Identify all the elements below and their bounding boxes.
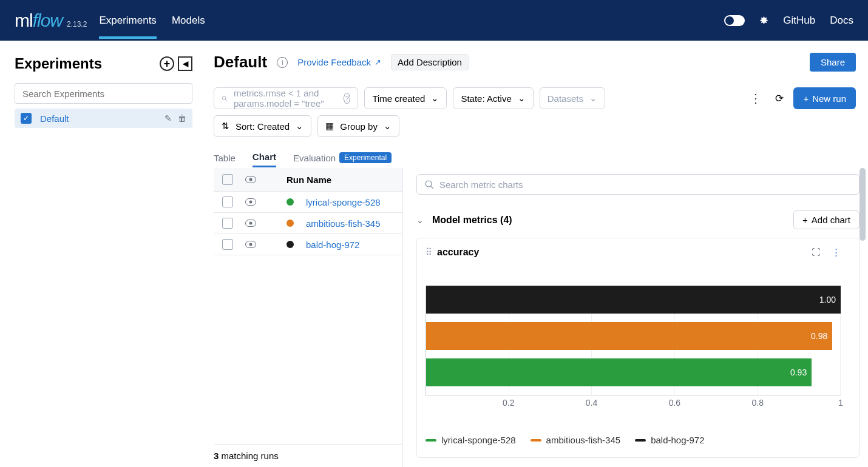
legend-swatch	[426, 439, 436, 442]
legend-swatch	[635, 439, 646, 442]
chart-title: accuracy	[437, 247, 479, 258]
topbar: mlflow 2.13.2 Experiments Models ✸ GitHu…	[0, 0, 868, 41]
help-icon[interactable]: ?	[344, 93, 350, 104]
run-color-dot	[287, 198, 294, 206]
tab-table[interactable]: Table	[214, 148, 236, 167]
logo-version: 2.13.2	[67, 20, 87, 29]
run-row[interactable]: bald-hog-972	[214, 234, 402, 255]
run-checkbox[interactable]	[222, 218, 233, 229]
section-title: Model metrics (4)	[432, 215, 512, 226]
x-tick: 0.8	[751, 398, 763, 408]
page-title: Default	[214, 53, 267, 72]
chart-menu-button[interactable]: ⋮	[832, 247, 841, 258]
top-nav: Experiments Models	[99, 2, 205, 39]
run-row[interactable]: ambitious-fish-345	[214, 213, 402, 234]
plus-icon: +	[803, 93, 809, 104]
experiment-name[interactable]: Default	[40, 113, 156, 124]
theme-toggle[interactable]	[724, 15, 745, 26]
run-link[interactable]: ambitious-fish-345	[306, 218, 381, 229]
svg-line-3	[431, 186, 433, 188]
chart-area: Search metric charts ⌄ Model metrics (4)…	[403, 168, 868, 467]
chart-legend: lyrical-sponge-528ambitious-fish-345bald…	[426, 435, 841, 445]
run-link[interactable]: bald-hog-972	[306, 240, 359, 250]
nav-models[interactable]: Models	[172, 2, 205, 39]
feedback-link[interactable]: Provide Feedback ↗	[297, 57, 381, 67]
x-tick: 1	[838, 398, 843, 408]
search-icon	[424, 180, 435, 190]
logo-ml: ml	[15, 10, 33, 30]
run-checkbox[interactable]	[222, 239, 233, 250]
matching-runs-label: 3 matching runs	[214, 444, 402, 467]
run-link[interactable]: lyrical-sponge-528	[306, 197, 381, 207]
legend-item[interactable]: bald-hog-972	[635, 435, 704, 445]
refresh-button[interactable]: ⟳	[771, 92, 787, 105]
run-color-dot	[287, 241, 294, 248]
search-runs-input[interactable]: metrics.rmse < 1 and params.model = "tre…	[214, 87, 358, 109]
more-menu-button[interactable]: ⋮	[746, 91, 765, 106]
nav-experiments[interactable]: Experiments	[99, 2, 156, 39]
scrollbar[interactable]	[860, 168, 866, 467]
svg-line-1	[225, 99, 226, 100]
x-tick: 0.4	[586, 398, 597, 408]
datasets-dropdown[interactable]: Datasets⌄	[540, 87, 605, 109]
experiment-item[interactable]: ✓ Default ✎ 🗑	[15, 109, 192, 128]
chevron-down-icon: ⌄	[296, 121, 303, 132]
new-experiment-button[interactable]: +	[160, 56, 174, 71]
chevron-down-icon: ⌄	[518, 93, 526, 104]
legend-item[interactable]: lyrical-sponge-528	[426, 435, 516, 445]
nav-github[interactable]: GitHub	[783, 15, 815, 27]
run-color-dot	[287, 220, 294, 227]
external-link-icon: ↗	[375, 58, 381, 67]
search-metric-charts-input[interactable]: Search metric charts	[416, 174, 860, 195]
visibility-toggle[interactable]	[245, 220, 256, 227]
search-experiments-input[interactable]	[15, 83, 192, 104]
fullscreen-icon[interactable]: ⛶	[812, 247, 821, 258]
delete-icon[interactable]: 🗑	[178, 113, 186, 123]
visibility-toggle-all[interactable]	[245, 176, 256, 183]
svg-point-2	[426, 181, 432, 187]
chart-card-accuracy: ⠿ accuracy ⛶ ⋮ 1.000.980.93 0.20.40.60.8…	[416, 238, 860, 458]
chart-x-axis: 0.20.40.60.81	[426, 395, 841, 407]
sort-dropdown[interactable]: ⇅Sort: Created⌄	[214, 115, 311, 137]
gear-icon[interactable]: ✸	[759, 14, 768, 27]
search-icon	[222, 93, 228, 104]
chart-bars: 1.000.980.93	[426, 286, 841, 395]
plus-icon: +	[802, 215, 808, 225]
sidebar: Experiments + ◀ ✓ Default ✎ 🗑	[0, 41, 202, 467]
run-row[interactable]: lyrical-sponge-528	[214, 192, 402, 213]
visibility-toggle[interactable]	[245, 198, 256, 206]
run-checkbox[interactable]	[222, 197, 233, 207]
drag-handle-icon[interactable]: ⠿	[426, 247, 431, 258]
run-list: Run Name lyrical-sponge-528 ambitious-fi…	[214, 168, 403, 467]
tab-chart[interactable]: Chart	[253, 148, 276, 167]
legend-item[interactable]: ambitious-fish-345	[531, 435, 621, 445]
experiment-checkbox[interactable]: ✓	[21, 113, 32, 124]
chart-bar: 0.93	[426, 358, 841, 386]
run-name-header: Run Name	[287, 175, 331, 185]
nav-docs[interactable]: Docs	[830, 15, 853, 27]
select-all-checkbox[interactable]	[222, 174, 233, 185]
add-chart-button[interactable]: +Add chart	[793, 210, 860, 229]
svg-point-0	[222, 96, 226, 99]
x-tick: 0.6	[669, 398, 680, 408]
chevron-down-icon: ⌄	[431, 93, 439, 104]
sort-icon: ⇅	[222, 121, 229, 132]
share-button[interactable]: Share	[810, 53, 856, 72]
info-icon[interactable]: i	[277, 57, 288, 68]
experimental-badge: Experimental	[339, 152, 392, 163]
section-collapse-button[interactable]: ⌄	[416, 215, 424, 225]
sidebar-title: Experiments	[15, 55, 102, 72]
collapse-sidebar-button[interactable]: ◀	[178, 56, 192, 71]
logo[interactable]: mlflow 2.13.2	[15, 10, 87, 31]
edit-icon[interactable]: ✎	[164, 113, 172, 123]
group-by-dropdown[interactable]: ▦Group by⌄	[317, 115, 399, 137]
logo-flow: flow	[33, 10, 63, 30]
state-dropdown[interactable]: State: Active⌄	[453, 87, 533, 109]
tab-evaluation[interactable]: EvaluationExperimental	[293, 148, 392, 167]
add-description-button[interactable]: Add Description	[391, 54, 469, 70]
visibility-toggle[interactable]	[245, 241, 256, 248]
time-created-dropdown[interactable]: Time created⌄	[364, 87, 447, 109]
group-icon: ▦	[325, 121, 334, 132]
chevron-down-icon: ⌄	[384, 121, 392, 132]
new-run-button[interactable]: +New run	[793, 87, 856, 109]
